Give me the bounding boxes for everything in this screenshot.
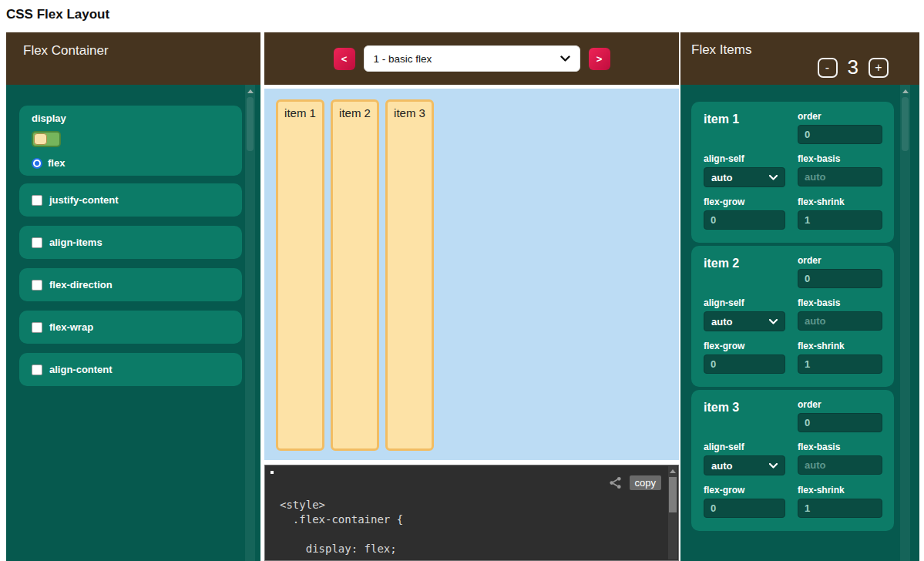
radio-dot bbox=[35, 161, 39, 166]
flex-grow-input[interactable] bbox=[704, 499, 785, 518]
flex-container-body: display flex justify-content align-items… bbox=[6, 85, 260, 561]
item-2-title: item 2 bbox=[704, 255, 785, 288]
order-label: order bbox=[798, 111, 882, 122]
flex-shrink-input[interactable] bbox=[798, 210, 882, 230]
flex-direction-label: flex-direction bbox=[49, 279, 113, 291]
flex-shrink-input[interactable] bbox=[798, 499, 882, 518]
align-items-card[interactable]: align-items bbox=[19, 226, 242, 259]
align-self-label: align-self bbox=[704, 442, 785, 452]
flex-container-title: Flex Container bbox=[23, 43, 109, 59]
chevron-down-icon bbox=[769, 319, 778, 324]
order-input[interactable] bbox=[798, 125, 882, 144]
left-scrollbar[interactable] bbox=[245, 85, 255, 561]
right-scrollbar[interactable] bbox=[900, 85, 910, 561]
align-items-label: align-items bbox=[49, 237, 102, 248]
share-icon[interactable] bbox=[608, 475, 623, 490]
scroll-up-icon[interactable] bbox=[247, 89, 254, 93]
page-title: CSS Flex Layout bbox=[6, 7, 109, 22]
flex-container-header: Flex Container bbox=[6, 32, 260, 85]
example-select[interactable]: 1 - basic flex bbox=[364, 45, 580, 72]
align-content-checkbox[interactable] bbox=[32, 364, 42, 375]
flex-container-panel: Flex Container display flex justify-cont… bbox=[6, 32, 260, 561]
flex-direction-card[interactable]: flex-direction bbox=[19, 268, 242, 301]
flex-direction-checkbox[interactable] bbox=[32, 280, 42, 291]
flex-grow-input[interactable] bbox=[704, 210, 785, 230]
align-self-select[interactable]: auto bbox=[704, 455, 785, 475]
flex-basis-input[interactable] bbox=[798, 311, 882, 331]
justify-content-card[interactable]: justify-content bbox=[19, 183, 242, 217]
code-scrollbar-thumb[interactable] bbox=[669, 477, 677, 512]
flex-basis-label: flex-basis bbox=[798, 442, 882, 452]
item-3-title: item 3 bbox=[704, 399, 785, 432]
chevron-down-icon bbox=[769, 175, 778, 180]
display-flex-radio[interactable] bbox=[32, 158, 42, 169]
scroll-up-icon[interactable] bbox=[902, 89, 909, 93]
item-1-title: item 1 bbox=[704, 111, 785, 144]
order-input[interactable] bbox=[798, 413, 882, 432]
code-scrollbar[interactable] bbox=[668, 466, 677, 559]
align-items-checkbox[interactable] bbox=[32, 237, 42, 248]
flex-grow-label: flex-grow bbox=[704, 485, 785, 495]
scrollbar-thumb[interactable] bbox=[902, 97, 909, 151]
order-label: order bbox=[798, 255, 882, 266]
justify-content-label: justify-content bbox=[49, 194, 119, 206]
flex-grow-input[interactable] bbox=[704, 354, 785, 374]
add-item-button[interactable]: + bbox=[869, 58, 889, 78]
display-card: display flex bbox=[19, 106, 242, 176]
order-input[interactable] bbox=[798, 269, 882, 288]
align-self-value: auto bbox=[711, 316, 769, 328]
preview-flex-item: item 2 bbox=[331, 99, 379, 451]
order-label: order bbox=[798, 399, 882, 410]
display-toggle[interactable] bbox=[32, 131, 61, 147]
prev-example-button[interactable]: < bbox=[334, 48, 355, 70]
preview-flex-item: item 1 bbox=[276, 99, 324, 451]
flex-preview-container: item 1 item 2 item 3 bbox=[264, 89, 679, 460]
example-nav-bar: < 1 - basic flex > bbox=[264, 32, 679, 85]
display-label: display bbox=[32, 113, 230, 124]
flex-grow-label: flex-grow bbox=[704, 341, 785, 351]
code-panel: copy <style> .flex-container { display: … bbox=[264, 465, 679, 561]
justify-content-checkbox[interactable] bbox=[32, 195, 42, 206]
item-3-card: item 3 order align-self auto flex-basis bbox=[691, 390, 894, 531]
item-2-card: item 2 order align-self auto flex-basis bbox=[691, 246, 894, 387]
flex-shrink-label: flex-shrink bbox=[798, 341, 882, 351]
item-count: 3 bbox=[848, 55, 858, 79]
preview-panel: < 1 - basic flex > item 1 item 2 item 3 … bbox=[264, 32, 679, 561]
remove-item-button[interactable]: - bbox=[818, 58, 838, 78]
align-content-card[interactable]: align-content bbox=[19, 353, 242, 386]
flex-items-body: item 1 order align-self auto flex-basis bbox=[680, 85, 919, 561]
item-1-card: item 1 order align-self auto flex-basis bbox=[691, 102, 894, 243]
flex-shrink-label: flex-shrink bbox=[798, 197, 882, 207]
flex-basis-input[interactable] bbox=[798, 455, 882, 475]
align-self-select[interactable]: auto bbox=[704, 167, 785, 187]
flex-items-title: Flex Items bbox=[691, 42, 751, 58]
align-self-value: auto bbox=[711, 172, 769, 183]
align-self-label: align-self bbox=[704, 153, 785, 164]
example-select-value: 1 - basic flex bbox=[374, 53, 560, 65]
align-self-label: align-self bbox=[704, 297, 785, 308]
copy-button[interactable]: copy bbox=[630, 475, 661, 490]
display-flex-radio-label: flex bbox=[48, 157, 65, 169]
align-self-select[interactable]: auto bbox=[704, 311, 785, 331]
scroll-up-icon[interactable] bbox=[670, 469, 676, 473]
flex-wrap-checkbox[interactable] bbox=[32, 322, 42, 333]
chevron-down-icon bbox=[560, 55, 570, 62]
preview-flex-item: item 3 bbox=[385, 99, 434, 451]
code-text: <style> .flex-container { display: flex; bbox=[280, 498, 663, 560]
code-line: .flex-container { bbox=[280, 512, 663, 527]
scrollbar-thumb[interactable] bbox=[247, 97, 254, 151]
chevron-down-icon bbox=[769, 463, 778, 469]
flex-basis-label: flex-basis bbox=[798, 153, 882, 164]
code-line: display: flex; bbox=[280, 542, 663, 556]
flex-shrink-input[interactable] bbox=[798, 354, 882, 374]
next-example-button[interactable]: > bbox=[589, 48, 610, 70]
flex-items-panel: Flex Items - 3 + item 1 order align-self… bbox=[680, 32, 919, 561]
flex-items-header: Flex Items - 3 + bbox=[680, 32, 919, 85]
align-self-value: auto bbox=[711, 460, 769, 472]
code-cursor-dot bbox=[270, 471, 274, 474]
flex-basis-input[interactable] bbox=[798, 167, 882, 186]
flex-wrap-card[interactable]: flex-wrap bbox=[19, 311, 242, 344]
code-line bbox=[280, 527, 663, 542]
code-line: <style> bbox=[280, 498, 663, 512]
display-toggle-knob bbox=[34, 133, 47, 145]
